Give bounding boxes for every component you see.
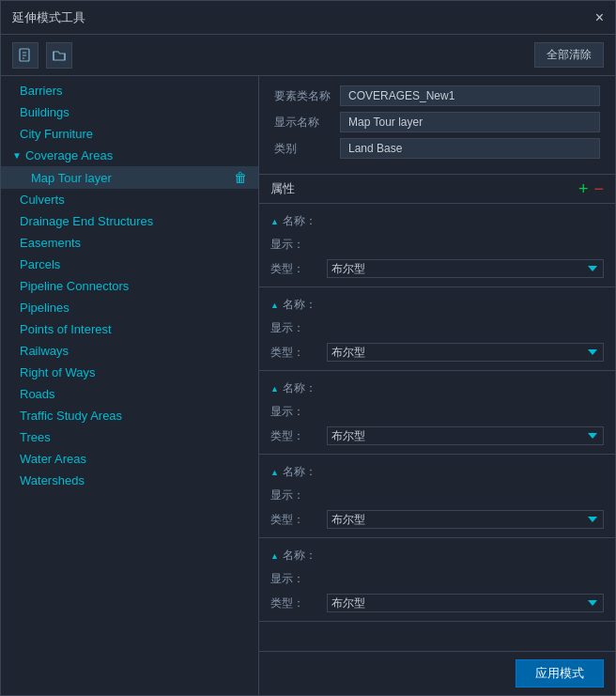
tree-item-culverts[interactable]: Culverts: [1, 189, 258, 210]
attr-group-2: ▲ 名称： 显示： 类型： 布尔型整型浮点型字符: [259, 287, 615, 371]
attr-group-1: ▲ 名称： 显示： 类型： 布尔型整型浮点型字符: [259, 204, 615, 287]
attr-row-display-1: 显示：: [259, 233, 615, 256]
tree-item-pipelines[interactable]: Pipelines: [1, 297, 258, 318]
attr-display-input-5[interactable]: [327, 570, 604, 588]
attr-title: 属性: [270, 180, 295, 197]
attr-row-type-2: 类型： 布尔型整型浮点型字符串: [259, 340, 615, 364]
attr-type-select-2[interactable]: 布尔型整型浮点型字符串: [327, 343, 604, 362]
tree-item-city-furniture[interactable]: City Furniture: [1, 123, 258, 145]
info-row-category: 类别 Land Base: [274, 138, 600, 159]
clear-all-button[interactable]: 全部清除: [534, 42, 604, 68]
window-title: 延伸模式工具: [12, 9, 85, 26]
collapse-icon-3: ▲: [270, 384, 279, 394]
expand-icon: ▼: [12, 150, 22, 161]
attr-name-input-3[interactable]: [327, 379, 604, 397]
tree-item-railways[interactable]: Railways: [1, 340, 258, 362]
tree-item-trees[interactable]: Trees: [1, 426, 258, 448]
attr-name-label-1: ▲ 名称：: [270, 213, 327, 229]
attr-header: 属性 + −: [259, 175, 615, 204]
tree-item-easements[interactable]: Easements: [1, 232, 258, 254]
tree-item-buildings[interactable]: Buildings: [1, 101, 258, 123]
display-name-value: Map Tour layer: [340, 112, 600, 132]
element-class-value: COVERAGES_New1: [340, 85, 600, 106]
group-label-coverage-areas: Coverage Areas: [25, 148, 113, 162]
info-row-display-name: 显示名称 Map Tour layer: [274, 112, 600, 132]
category-value: Land Base: [340, 138, 600, 159]
element-class-label: 要素类名称: [274, 88, 340, 104]
attr-controls: + −: [578, 180, 604, 197]
tree-item-barriers[interactable]: Barriers: [1, 80, 258, 101]
attr-groups-container: ▲ 名称： 显示： 类型： 布尔型整型浮点型字符: [259, 204, 615, 651]
attr-row-name-2: ▲ 名称：: [259, 293, 615, 317]
attr-name-label-3: ▲ 名称：: [270, 380, 327, 396]
info-section: 要素类名称 COVERAGES_New1 显示名称 Map Tour layer…: [259, 76, 615, 175]
attr-display-input-3[interactable]: [327, 403, 604, 421]
open-icon-button[interactable]: [46, 42, 72, 69]
attr-type-label-1: 类型：: [270, 261, 327, 277]
attr-row-type-3: 类型： 布尔型整型浮点型字符串: [259, 424, 615, 448]
footer: 应用模式: [259, 651, 615, 695]
main-content: Barriers Buildings City Furniture ▼ Cove…: [1, 76, 615, 695]
tree-child-map-tour-layer[interactable]: Map Tour layer 🗑: [1, 166, 258, 189]
tree-item-traffic-study-areas[interactable]: Traffic Study Areas: [1, 405, 258, 426]
attr-row-display-2: 显示：: [259, 317, 615, 340]
attr-display-label-3: 显示：: [270, 404, 327, 420]
attr-name-input-2[interactable]: [327, 296, 604, 314]
close-button[interactable]: ×: [595, 10, 604, 25]
attr-group-3: ▲ 名称： 显示： 类型： 布尔型整型浮点型字符: [259, 371, 615, 455]
attr-display-label-1: 显示：: [270, 237, 327, 253]
collapse-icon-4: ▲: [270, 468, 279, 477]
attr-type-select-3[interactable]: 布尔型整型浮点型字符串: [327, 426, 604, 445]
attr-name-input-1[interactable]: [327, 212, 604, 230]
attr-row-name-5: ▲ 名称：: [259, 544, 615, 567]
attr-row-name-4: ▲ 名称：: [259, 460, 615, 484]
toolbar: 全部清除: [1, 35, 615, 76]
attr-row-type-1: 类型： 布尔型整型浮点型字符串: [259, 256, 615, 281]
title-bar: 延伸模式工具 ×: [1, 1, 615, 35]
attr-name-label-2: ▲ 名称：: [270, 297, 327, 313]
attr-type-label-5: 类型：: [270, 595, 327, 611]
attr-row-display-4: 显示：: [259, 484, 615, 507]
tree-group-coverage-areas[interactable]: ▼ Coverage Areas: [1, 145, 258, 166]
attr-display-input-2[interactable]: [327, 319, 604, 337]
attr-display-input-1[interactable]: [327, 236, 604, 254]
display-name-label: 显示名称: [274, 115, 340, 131]
attr-row-name-3: ▲ 名称：: [259, 377, 615, 400]
apply-mode-button[interactable]: 应用模式: [516, 659, 604, 688]
attr-type-label-4: 类型：: [270, 512, 327, 528]
attr-display-label-5: 显示：: [270, 571, 327, 587]
collapse-icon-1: ▲: [270, 217, 279, 226]
child-label-map-tour: Map Tour layer: [31, 171, 112, 185]
category-label: 类别: [274, 141, 340, 157]
attr-name-label-5: ▲ 名称：: [270, 548, 327, 564]
attr-name-input-5[interactable]: [327, 547, 604, 565]
attr-display-label-4: 显示：: [270, 487, 327, 503]
tree-item-right-of-ways[interactable]: Right of Ways: [1, 362, 258, 383]
attr-type-select-5[interactable]: 布尔型整型浮点型字符串: [327, 594, 604, 612]
remove-attribute-button[interactable]: −: [593, 180, 604, 197]
tree-item-points-of-interest[interactable]: Points of Interest: [1, 318, 258, 340]
attr-type-select-4[interactable]: 布尔型整型浮点型字符串: [327, 510, 604, 529]
attr-row-name-1: ▲ 名称：: [259, 209, 615, 233]
tree-item-pipeline-connectors[interactable]: Pipeline Connectors: [1, 275, 258, 297]
attr-display-input-4[interactable]: [327, 487, 604, 504]
attr-name-label-4: ▲ 名称：: [270, 464, 327, 480]
tree-item-drainage[interactable]: Drainage End Structures: [1, 210, 258, 232]
new-icon-button[interactable]: [12, 42, 38, 69]
attr-type-select-1[interactable]: 布尔型整型浮点型字符串: [327, 259, 604, 278]
info-row-element-class: 要素类名称 COVERAGES_New1: [274, 85, 600, 106]
attr-type-label-3: 类型：: [270, 428, 327, 444]
main-window: 延伸模式工具 × 全部清除 Barriers Buildings: [0, 0, 616, 696]
attr-type-label-2: 类型：: [270, 345, 327, 361]
tree-item-watersheds[interactable]: Watersheds: [1, 470, 258, 491]
new-file-icon: [18, 48, 33, 63]
delete-icon[interactable]: 🗑: [234, 170, 247, 185]
collapse-icon-5: ▲: [270, 551, 279, 561]
tree-item-roads[interactable]: Roads: [1, 383, 258, 405]
tree-item-parcels[interactable]: Parcels: [1, 254, 258, 275]
attr-name-input-4[interactable]: [327, 463, 604, 481]
tree-item-water-areas[interactable]: Water Areas: [1, 448, 258, 470]
left-panel-tree: Barriers Buildings City Furniture ▼ Cove…: [1, 76, 259, 695]
attr-row-display-3: 显示：: [259, 400, 615, 424]
add-attribute-button[interactable]: +: [578, 180, 589, 197]
